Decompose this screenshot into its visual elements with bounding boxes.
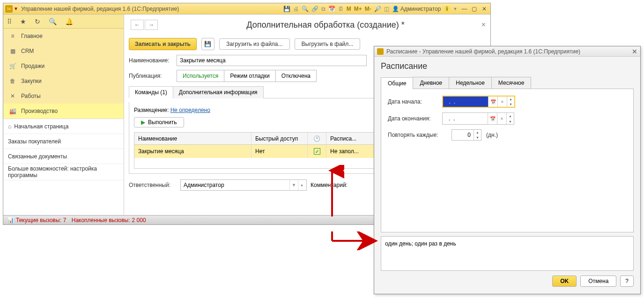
spin-up-icon[interactable]: ▲ bbox=[506, 113, 514, 119]
publication-option-off[interactable]: Отключена bbox=[276, 70, 316, 82]
repeat-label: Повторять каждые: bbox=[388, 132, 449, 138]
compare-icon[interactable]: ⧉ bbox=[321, 6, 326, 12]
clear-icon[interactable]: × bbox=[497, 97, 507, 107]
sidebar-sub-orders[interactable]: Заказы покупателей bbox=[3, 134, 124, 149]
placement-label: Размещение: bbox=[134, 107, 169, 113]
clear-icon[interactable]: × bbox=[497, 113, 506, 124]
nav-forward-button[interactable]: → bbox=[145, 20, 158, 30]
panels-icon[interactable]: ◫ bbox=[384, 6, 389, 12]
dialog-titlebar: Расписание - Управление нашей фирмой, ре… bbox=[374, 46, 640, 57]
spin-up-icon[interactable]: ▲ bbox=[474, 130, 481, 135]
open-icon[interactable]: ▸ bbox=[298, 180, 306, 190]
user-label[interactable]: 👤 Администратор bbox=[392, 6, 441, 12]
info-icon[interactable]: i bbox=[444, 6, 450, 12]
dialog-tab-daily[interactable]: Дневное bbox=[413, 77, 449, 89]
sidebar-sections: ≡Главное ▦CRM 🛒Продажи 🗑Закупки ✕Работы … bbox=[3, 29, 124, 119]
sidebar-sub-more[interactable]: Больше возможностей: настройка программы bbox=[3, 164, 124, 180]
nav-back-button[interactable]: ← bbox=[131, 20, 144, 30]
title-toolbar: 💾 🖨 🔍 🔗 ⧉ 📅 🗓 M M+ M- 🔎 ◫ 👤 Администрато… bbox=[283, 6, 489, 12]
close-button[interactable]: ✕ bbox=[480, 6, 489, 12]
save-icon[interactable]: 💾 bbox=[283, 6, 290, 12]
find-icon[interactable]: 🔍 bbox=[49, 18, 57, 25]
dropdown-icon[interactable]: ▼ bbox=[289, 180, 298, 190]
start-date-field[interactable]: 📅 × ▲▼ bbox=[442, 96, 515, 108]
spin-down-icon[interactable]: ▼ bbox=[506, 119, 514, 124]
name-input[interactable] bbox=[177, 55, 367, 66]
sidebar-item-crm[interactable]: ▦CRM bbox=[3, 44, 124, 59]
crm-icon: ▦ bbox=[9, 48, 16, 54]
status-current-label: Текущие вызовы: bbox=[16, 217, 61, 224]
sidebar-sub-related[interactable]: Связанные документы bbox=[3, 149, 124, 164]
memory-mminus-button[interactable]: M- bbox=[365, 6, 371, 12]
notifications-icon[interactable]: 🔔 bbox=[65, 18, 73, 25]
tab-additional-info[interactable]: Дополнительная информация bbox=[173, 86, 264, 98]
responsible-input[interactable] bbox=[181, 180, 289, 190]
minimize-button[interactable]: — bbox=[460, 6, 468, 12]
link-icon[interactable]: 🔗 bbox=[311, 6, 318, 12]
sidebar-item-purchases[interactable]: 🗑Закупки bbox=[3, 74, 124, 89]
cell-clock[interactable]: ✓ bbox=[308, 145, 326, 158]
apps-icon[interactable]: ⠿ bbox=[7, 18, 12, 25]
repeat-unit: (дн.) bbox=[486, 132, 498, 138]
save-button[interactable]: 💾 bbox=[201, 38, 215, 50]
zoom-icon[interactable]: 🔎 bbox=[374, 6, 381, 12]
col-header-name[interactable]: Наименование bbox=[134, 133, 252, 144]
calendar-icon[interactable]: 📅 bbox=[328, 6, 335, 12]
calculator-icon[interactable]: 🗓 bbox=[338, 6, 344, 12]
sidebar-subsections: Начальная страница Заказы покупателей Св… bbox=[3, 119, 124, 180]
placement-link[interactable]: Не определено bbox=[170, 107, 210, 113]
history-icon[interactable]: ↻ bbox=[35, 18, 40, 25]
search-icon[interactable]: 🔍 bbox=[302, 6, 309, 12]
sidebar-item-works[interactable]: ✕Работы bbox=[3, 89, 124, 104]
dialog-tabs: Общие Дневное Недельное Месячное bbox=[381, 77, 634, 89]
dialog-tab-weekly[interactable]: Недельное bbox=[449, 77, 492, 89]
sidebar-item-sales[interactable]: 🛒Продажи bbox=[3, 59, 124, 74]
menu-icon: ≡ bbox=[9, 33, 16, 39]
repeat-input[interactable] bbox=[452, 130, 474, 140]
status-current-value: 7 bbox=[63, 217, 67, 224]
save-close-button[interactable]: Записать и закрыть bbox=[129, 38, 197, 50]
app-menu-dropdown[interactable]: ▼ bbox=[14, 6, 18, 11]
responsible-select[interactable]: ▼ ▸ bbox=[180, 179, 307, 191]
help-button[interactable]: ? bbox=[620, 276, 634, 287]
end-date-input[interactable] bbox=[443, 113, 488, 124]
favorites-icon[interactable]: ★ bbox=[20, 18, 26, 25]
sidebar-sub-home[interactable]: Начальная страница bbox=[3, 119, 124, 134]
export-file-button[interactable]: Выгрузить в файл... bbox=[295, 38, 361, 50]
tab-commands[interactable]: Команды (1) bbox=[129, 86, 173, 98]
col-header-access[interactable]: Быстрый доступ bbox=[252, 133, 308, 144]
publication-label: Публикация: bbox=[129, 73, 173, 79]
load-file-button[interactable]: Загрузить из файла... bbox=[219, 38, 290, 50]
window-buttons: — ▢ ✕ bbox=[460, 6, 489, 12]
dialog-footer: OK Отмена ? bbox=[381, 271, 634, 287]
execute-button[interactable]: Выполнить bbox=[134, 117, 184, 127]
memory-mplus-button[interactable]: M+ bbox=[354, 6, 362, 12]
sidebar-item-main[interactable]: ≡Главное bbox=[3, 29, 124, 44]
repeat-number-field[interactable]: ▲▼ bbox=[452, 129, 481, 141]
calendar-picker-icon[interactable]: 📅 bbox=[488, 113, 497, 124]
dialog-close-button[interactable]: ✕ bbox=[632, 48, 637, 55]
tools-icon: ✕ bbox=[9, 93, 16, 99]
col-header-clock[interactable]: 🕐 bbox=[308, 133, 326, 144]
cell-name: Закрытие месяца bbox=[134, 145, 252, 158]
info-dropdown[interactable]: ▼ bbox=[453, 7, 457, 11]
factory-icon: 🏭 bbox=[9, 108, 16, 114]
dialog-tab-general[interactable]: Общие bbox=[381, 77, 413, 89]
end-date-field[interactable]: 📅 × ▲▼ bbox=[442, 112, 514, 125]
cancel-button[interactable]: Отмена bbox=[580, 276, 616, 287]
publication-option-used[interactable]: Используется bbox=[177, 70, 224, 82]
document-close-button[interactable]: × bbox=[481, 21, 486, 29]
memory-m-button[interactable]: M bbox=[347, 6, 351, 12]
publication-option-debug[interactable]: Режим отладки bbox=[224, 70, 276, 82]
calendar-picker-icon[interactable]: 📅 bbox=[488, 97, 497, 107]
start-date-input[interactable] bbox=[443, 97, 488, 107]
maximize-button[interactable]: ▢ bbox=[470, 6, 479, 12]
checkbox-checked-icon: ✓ bbox=[314, 148, 320, 155]
sidebar-item-production[interactable]: 🏭Производство bbox=[3, 104, 124, 119]
spin-down-icon[interactable]: ▼ bbox=[507, 102, 514, 107]
dialog-tab-monthly[interactable]: Месячное bbox=[491, 77, 532, 89]
ok-button[interactable]: OK bbox=[552, 276, 577, 287]
print-icon[interactable]: 🖨 bbox=[293, 6, 299, 12]
spin-down-icon[interactable]: ▼ bbox=[474, 135, 481, 140]
spin-up-icon[interactable]: ▲ bbox=[507, 97, 514, 102]
